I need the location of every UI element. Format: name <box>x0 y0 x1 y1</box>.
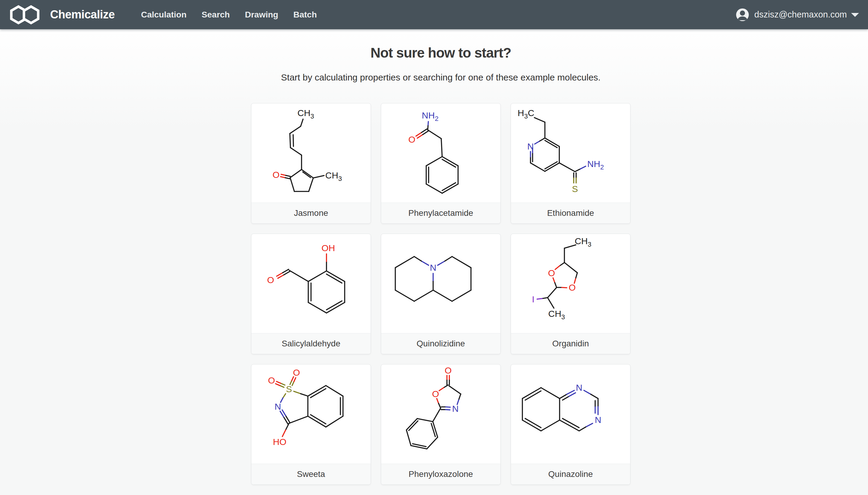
atom-label: O <box>273 170 279 180</box>
molecule-card-quinolizidine[interactable]: N Quinolizidine <box>381 234 501 354</box>
main-nav: Calculation Search Drawing Batch <box>133 0 325 29</box>
molecule-name: Quinazoline <box>511 464 630 484</box>
user-menu[interactable]: dszisz@chemaxon.com <box>736 8 859 22</box>
atom-label: OH <box>322 243 335 253</box>
molecule-card-phenyloxazolone[interactable]: O O N Phenyloxazolone <box>381 364 501 485</box>
atom-label: CH3 <box>575 236 591 248</box>
nav-item-calculation[interactable]: Calculation <box>133 0 194 29</box>
atom-label: N <box>275 402 281 411</box>
atom-label: CH3 <box>548 309 565 321</box>
atom-label: HO <box>273 437 286 447</box>
molecule-structure-quinolizidine: N <box>381 234 501 333</box>
atom-label: O <box>569 283 576 292</box>
molecule-structure-jasmone: CH3 CH3 O <box>251 103 371 203</box>
caret-down-icon <box>851 12 859 17</box>
atom-label: N <box>595 415 602 425</box>
chemicalize-hexagons-logo-icon <box>10 5 40 25</box>
molecule-name: Jasmone <box>251 203 371 223</box>
atom-label: NH2 <box>587 159 604 171</box>
page-subtitle: Start by calculating properties or searc… <box>251 72 630 83</box>
atom-label: O <box>268 375 275 385</box>
molecule-name: Phenyloxazolone <box>381 464 501 484</box>
atom-label: O <box>267 275 274 285</box>
atom-label: O <box>293 368 300 377</box>
molecule-name: Organidin <box>511 333 630 354</box>
molecule-name: Quinolizidine <box>381 333 501 354</box>
nav-item-drawing[interactable]: Drawing <box>237 0 285 29</box>
main-content: Not sure how to start? Start by calculat… <box>0 29 868 495</box>
molecule-name: Phenylacetamide <box>381 203 501 223</box>
molecule-structure-phenyloxazolone: O O N <box>381 364 501 464</box>
molecule-card-salicylaldehyde[interactable]: OH O Salicylaldehyde <box>251 234 371 354</box>
atom-label: I <box>532 294 534 304</box>
user-email: dszisz@chemaxon.com <box>754 10 847 20</box>
nav-item-batch[interactable]: Batch <box>286 0 325 29</box>
brand-name: Chemicalize <box>50 8 115 21</box>
example-molecules-grid: CH3 CH3 O Jasmone <box>251 103 630 485</box>
atom-label: CH3 <box>325 170 342 182</box>
molecule-card-quinazoline[interactable]: N N Quinazoline <box>511 364 630 485</box>
atom-label: O <box>408 134 415 144</box>
molecule-card-phenylacetamide[interactable]: NH2 O Phenylacetamide <box>381 103 501 224</box>
chemicalize-logo[interactable]: Chemicalize <box>10 5 115 25</box>
atom-label: O <box>445 365 452 375</box>
molecule-name: Ethionamide <box>511 203 630 223</box>
atom-label: CH3 <box>297 108 314 120</box>
molecule-structure-ethionamide: H3C N NH2 S <box>511 103 630 203</box>
molecule-card-ethionamide[interactable]: H3C N NH2 S Ethionamide <box>511 103 630 224</box>
atom-label: N <box>452 404 459 414</box>
molecule-card-organidin[interactable]: CH3 O O I CH3 Organidin <box>511 234 630 354</box>
atom-label: NH2 <box>422 110 439 122</box>
atom-label: O <box>432 389 439 399</box>
nav-item-search[interactable]: Search <box>194 0 237 29</box>
atom-label: O <box>548 268 555 278</box>
atom-label: N <box>430 262 437 273</box>
molecule-structure-quinazoline: N N <box>511 364 630 464</box>
atom-label: S <box>286 384 292 394</box>
page-title: Not sure how to start? <box>251 29 630 61</box>
account-icon <box>736 8 749 22</box>
atom-label: S <box>572 184 578 194</box>
molecule-structure-salicylaldehyde: OH O <box>251 234 371 333</box>
atom-label: N <box>527 141 534 151</box>
atom-label: H3C <box>518 108 534 120</box>
molecule-structure-sweeta: O O S N HO <box>251 364 371 464</box>
molecule-structure-organidin: CH3 O O I CH3 <box>511 234 630 333</box>
molecule-name: Salicylaldehyde <box>251 333 371 354</box>
molecule-name: Sweeta <box>251 464 371 484</box>
molecule-structure-phenylacetamide: NH2 O <box>381 103 501 203</box>
molecule-card-sweeta[interactable]: O O S N HO Sweeta <box>251 364 371 485</box>
atom-label: N <box>576 382 583 393</box>
navbar: Chemicalize Calculation Search Drawing B… <box>0 0 868 29</box>
molecule-card-jasmone[interactable]: CH3 CH3 O Jasmone <box>251 103 371 224</box>
